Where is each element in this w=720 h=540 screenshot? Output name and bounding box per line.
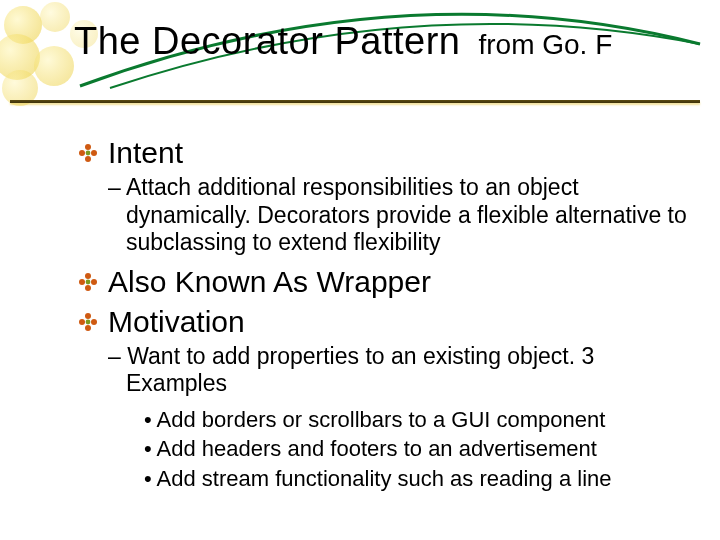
bullet-aka-label: Also Known As Wrapper: [108, 265, 431, 299]
floral-bullet-icon: [78, 143, 98, 163]
svg-point-9: [86, 279, 91, 284]
bullet-intent: Intent: [78, 136, 690, 170]
svg-point-3: [79, 150, 85, 156]
slide-title: The Decorator Pattern: [74, 20, 460, 63]
title-underline: [10, 100, 700, 103]
bullet-motivation-label: Motivation: [108, 305, 245, 339]
bullet-aka: Also Known As Wrapper: [78, 265, 690, 299]
svg-point-0: [85, 144, 91, 150]
motivation-detail: Want to add properties to an existing ob…: [108, 343, 690, 398]
svg-point-2: [85, 156, 91, 162]
svg-point-10: [85, 313, 91, 319]
slide-subtitle: from Go. F: [478, 29, 612, 61]
intent-detail: Attach additional responsibilities to an…: [108, 174, 690, 257]
floral-bullet-icon: [78, 312, 98, 332]
svg-point-5: [85, 273, 91, 279]
svg-point-14: [86, 319, 91, 324]
floral-bullet-icon: [78, 272, 98, 292]
bullet-intent-label: Intent: [108, 136, 183, 170]
svg-point-11: [91, 319, 97, 325]
svg-point-6: [91, 279, 97, 285]
motivation-example: Add headers and footers to an advertisem…: [144, 435, 690, 463]
motivation-example: Add borders or scrollbars to a GUI compo…: [144, 406, 690, 434]
svg-point-12: [85, 325, 91, 331]
svg-point-1: [91, 150, 97, 156]
slide-body: Intent Attach additional responsibilitie…: [78, 130, 690, 494]
svg-point-7: [85, 285, 91, 291]
bullet-motivation: Motivation: [78, 305, 690, 339]
svg-point-4: [86, 151, 91, 156]
svg-point-8: [79, 279, 85, 285]
svg-point-13: [79, 319, 85, 325]
motivation-example: Add stream functionality such as reading…: [144, 465, 690, 493]
